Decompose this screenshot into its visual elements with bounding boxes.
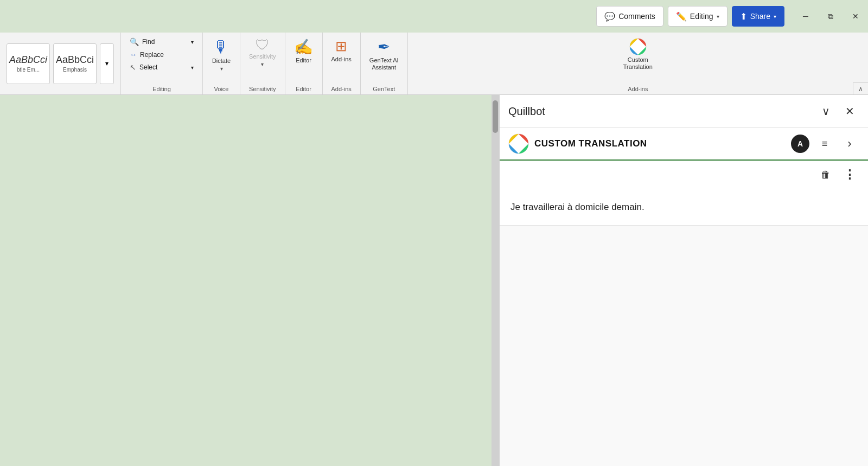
- editor-button[interactable]: ✍ Editor: [291, 36, 317, 66]
- sensitivity-group-items: 🛡 Sensitivity ▾: [246, 36, 279, 86]
- ribbon: AaBbCci btle Em... AaBbCci Emphasis ▾ 🔍 …: [0, 33, 868, 95]
- ct-menu-icon: ≡: [822, 138, 828, 150]
- style-subtle-label: btle Em...: [17, 67, 40, 73]
- style-emphasis-text: AaBbCci: [56, 54, 94, 66]
- styles-expand-icon: ▾: [105, 60, 108, 67]
- close-button[interactable]: ✕: [843, 5, 868, 27]
- custom-translation-panel: CUSTOM TRANSLATION A ≡ › 🗑: [500, 128, 868, 226]
- editing-icon: ✏️: [676, 11, 687, 22]
- find-button[interactable]: 🔍 Find ▾: [126, 36, 197, 48]
- editing-button[interactable]: ✏️ Editing ▾: [668, 6, 727, 27]
- sensitivity-button[interactable]: 🛡 Sensitivity ▾: [246, 36, 279, 69]
- ct-toolbar: 🗑 ⋮: [500, 161, 868, 189]
- ribbon-gentext-group: ✒ GenText AIAssistant GenText: [361, 33, 408, 94]
- gentext-button[interactable]: ✒ GenText AIAssistant: [366, 36, 402, 73]
- title-bar: 💬 Comments ✏️ Editing ▾ ⬆ Share ▾ ─ ⧉ ✕: [0, 0, 868, 33]
- scrollbar-thumb[interactable]: [493, 100, 498, 133]
- window-controls: ─ ⧉ ✕: [793, 5, 868, 27]
- ct-translate-icon: A: [797, 139, 803, 148]
- share-chevron-icon: ▾: [774, 14, 776, 20]
- share-icon: ⬆: [740, 11, 747, 22]
- addins2-group-items: CustomTranslation: [620, 36, 656, 86]
- ribbon-editing-group: 🔍 Find ▾ ↔ Replace ↖ Select ▾ Editing: [121, 33, 203, 94]
- replace-button[interactable]: ↔ Replace: [126, 49, 197, 60]
- styles-expand-button[interactable]: ▾: [100, 43, 114, 84]
- editing-label: Editing: [690, 12, 713, 21]
- select-icon: ↖: [130, 63, 136, 72]
- ct-more-icon: ⋮: [844, 168, 856, 182]
- ct-menu-button[interactable]: ≡: [815, 134, 834, 154]
- editing-group-items: 🔍 Find ▾ ↔ Replace ↖ Select ▾: [126, 36, 197, 86]
- quillbot-chevron-down-icon: ∨: [822, 105, 830, 118]
- ct-expand-button[interactable]: ›: [840, 134, 859, 154]
- gentext-ai-icon: ✒: [378, 38, 390, 56]
- voice-group-label: Voice: [214, 86, 229, 94]
- ct-delete-button[interactable]: 🗑: [816, 165, 835, 184]
- find-label: Find: [142, 38, 155, 46]
- microphone-icon: 🎙: [213, 38, 229, 56]
- collapse-icon: ∧: [858, 85, 863, 93]
- ct-more-button[interactable]: ⋮: [840, 165, 859, 184]
- ribbon-sensitivity-group: 🛡 Sensitivity ▾ Sensitivity: [240, 33, 285, 94]
- quillbot-header: Quillbot ∨ ✕: [500, 95, 868, 128]
- quillbot-chevron-down-button[interactable]: ∨: [816, 101, 835, 121]
- share-label: Share: [750, 12, 770, 21]
- ct-content: Je travaillerai à domicile demain.: [500, 189, 868, 225]
- addins-group-items: ⊞ Add-ins: [328, 36, 355, 86]
- ribbon-editor-group: ✍ Editor Editor: [285, 33, 323, 94]
- styles-panel: AaBbCci btle Em... AaBbCci Emphasis ▾: [0, 33, 121, 94]
- style-emphasis[interactable]: AaBbCci Emphasis: [53, 43, 97, 84]
- dictate-button[interactable]: 🎙 Dictate ▾: [208, 36, 234, 74]
- dictate-label: Dictate: [212, 58, 231, 65]
- gentext-group-items: ✒ GenText AIAssistant: [366, 36, 402, 86]
- style-emphasis-label: Emphasis: [63, 67, 87, 73]
- gentext-group-label: GenText: [373, 86, 395, 94]
- comments-button[interactable]: 💬 Comments: [596, 6, 663, 27]
- quillbot-panel: Quillbot ∨ ✕ CUSTOM TRAN: [499, 95, 868, 466]
- find-chevron-icon: ▾: [191, 39, 194, 45]
- ct-expand-icon: ›: [847, 137, 851, 151]
- addins-icon: ⊞: [335, 38, 347, 55]
- voice-group-items: 🎙 Dictate ▾: [208, 36, 234, 86]
- custom-translation-button[interactable]: CustomTranslation: [620, 36, 656, 73]
- replace-label: Replace: [140, 51, 164, 59]
- document-area: [0, 95, 499, 466]
- comments-label: Comments: [618, 12, 655, 21]
- select-button[interactable]: ↖ Select ▾: [126, 61, 197, 73]
- scrollbar[interactable]: [492, 95, 499, 466]
- quillbot-close-icon: ✕: [845, 105, 854, 118]
- find-icon: 🔍: [130, 37, 139, 46]
- ribbon-addins2-group: CustomTranslation Add-ins ∧: [408, 33, 868, 94]
- ribbon-addins-group: ⊞ Add-ins Add-ins: [323, 33, 361, 94]
- quillbot-title: Quillbot: [508, 105, 812, 118]
- style-subtle-text: AaBbCci: [9, 54, 47, 66]
- restore-button[interactable]: ⧉: [818, 5, 843, 27]
- quillbot-close-button[interactable]: ✕: [840, 101, 859, 121]
- gentext-label: GenText AIAssistant: [369, 57, 399, 71]
- ct-logo-icon: [508, 133, 529, 154]
- editor-group-items: ✍ Editor: [291, 36, 317, 86]
- custom-translation-icon: [629, 38, 647, 55]
- title-bar-controls: 💬 Comments ✏️ Editing ▾ ⬆ Share ▾: [596, 6, 793, 27]
- sensitivity-icon: 🛡: [256, 38, 270, 52]
- ct-translate-button[interactable]: A: [791, 135, 809, 153]
- dictate-chevron-icon: ▾: [220, 66, 223, 72]
- ribbon-voice-group: 🎙 Dictate ▾ Voice: [203, 33, 240, 94]
- editor-label: Editor: [296, 57, 311, 64]
- ct-translation-text: Je travaillerai à domicile demain.: [510, 200, 857, 214]
- minimize-button[interactable]: ─: [793, 5, 818, 27]
- addins-label: Add-ins: [331, 56, 352, 63]
- addins-group-label: Add-ins: [331, 86, 352, 94]
- share-button[interactable]: ⬆ Share ▾: [732, 6, 784, 27]
- addins-button[interactable]: ⊞ Add-ins: [328, 36, 355, 65]
- editor-icon: ✍: [294, 38, 313, 56]
- ct-title: CUSTOM TRANSLATION: [534, 138, 786, 149]
- comments-icon: 💬: [604, 11, 615, 22]
- main-area: Quillbot ∨ ✕ CUSTOM TRAN: [0, 95, 868, 466]
- editor-group-label: Editor: [296, 86, 311, 94]
- replace-icon: ↔: [130, 50, 137, 59]
- ribbon-collapse-button[interactable]: ∧: [853, 82, 868, 94]
- select-chevron-icon: ▾: [191, 65, 194, 71]
- editing-chevron-icon: ▾: [717, 14, 719, 20]
- style-subtle-emphasis[interactable]: AaBbCci btle Em...: [7, 43, 50, 84]
